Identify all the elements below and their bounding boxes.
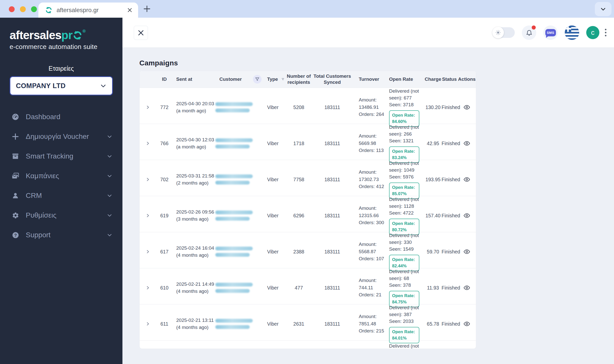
window-zoom-button[interactable] [31,6,37,12]
funnel-icon [255,77,260,82]
cell-status: Finished [442,213,457,219]
sidebar-item-support[interactable]: ? Support [0,225,122,245]
registered-mark: ® [83,29,86,34]
cell-synced: 183111 [313,213,351,219]
partial-row-text: Delivered (not [387,341,424,349]
table-body: 772 2025-04-30 20:03 (a month ago) Viber… [140,88,476,340]
cell-recipients: 2631 [284,321,313,327]
sidebar-item-dashboard[interactable]: Dashboard [0,107,122,127]
expand-row-icon[interactable] [145,177,150,182]
cell-recipients: 5208 [284,105,313,110]
cell-charge: 193.95 [424,177,442,183]
chevron-down-icon [107,232,112,238]
cell-turnover: Amount: 17302.73 Orders: 412 [351,169,387,190]
cell-charge: 11.93 [424,285,442,291]
more-options-button[interactable] [605,29,606,36]
tab-title: aftersalespro.gr [57,7,126,14]
expand-row-icon[interactable] [145,105,150,110]
funnel-icon[interactable] [282,77,284,82]
cell-open-rate: Delivered (not seen): 1128 Seen: 4722 Op… [387,196,424,235]
table-row[interactable]: 611 2025-02-21 13:11 (4 months ago) Vibe… [140,304,476,340]
chevron-down-icon [107,134,112,139]
table-row[interactable]: 772 2025-04-30 20:03 (a month ago) Viber… [140,88,476,124]
expand-row-icon[interactable] [145,285,150,290]
redacted-customer-line [215,283,253,287]
window-close-button[interactable] [9,6,15,12]
tab-list-button[interactable] [595,2,611,16]
view-campaign-button[interactable] [464,248,470,255]
sidebar-item-campaigns[interactable]: Καμπάνιες [0,166,122,186]
expand-row-icon[interactable] [145,322,150,326]
chevron-down-icon [107,173,112,179]
cell-customer [215,102,253,112]
header-charge[interactable]: Charge [425,76,441,82]
company-select[interactable]: COMPANY LTD [10,76,113,95]
table-header-row: ID Sent at Customer Type Number [140,71,476,88]
table-row-partial[interactable]: Delivered (not [140,340,476,349]
browser-tab[interactable]: aftersalespro.gr [38,3,138,18]
cell-id: 772 [156,105,173,110]
expand-row-icon[interactable] [145,213,150,218]
header-status[interactable]: Status [442,76,457,82]
view-campaign-button[interactable] [464,212,470,219]
cell-type: Viber [262,141,284,146]
cell-customer [215,174,253,185]
header-sent-at[interactable]: Sent at [173,76,215,82]
cell-type: Viber [262,105,284,110]
new-tab-button[interactable] [143,5,151,13]
theme-toggle[interactable] [493,27,515,38]
close-panel-button[interactable] [134,26,148,40]
notifications-button[interactable] [522,25,536,40]
header-customer[interactable]: Customer [215,76,253,82]
sidebar-item-smart-tracking[interactable]: Smart Tracking [0,146,122,166]
header-recipients[interactable]: Number of recipients [284,73,313,85]
redacted-customer-line [215,102,253,106]
sidebar-item-voucher[interactable]: Δημιουργία Voucher [0,127,122,146]
table-row[interactable]: 617 2025-02-24 16:04 (4 months ago) Vibe… [140,232,476,268]
header-synced[interactable]: Total Customers Synced [313,73,351,85]
expand-row-icon[interactable] [145,141,150,146]
table-row[interactable]: 619 2025-02-26 09:56 (3 months ago) Vibe… [140,196,476,232]
header-turnover[interactable]: Turnover [351,76,387,82]
cell-id: 610 [156,285,173,291]
table-row[interactable]: 766 2025-04-30 12:03 (a month ago) Viber… [140,124,476,160]
cell-type: Viber [262,249,284,255]
cell-customer [215,211,253,221]
expand-row-icon[interactable] [145,249,150,254]
redacted-customer-line [215,145,250,148]
view-campaign-button[interactable] [464,321,470,327]
cell-sent-at: 2025-02-24 16:04 (4 months ago) [173,245,215,259]
question-icon: ? [12,231,19,239]
browser-chrome: aftersalespro.gr [0,0,614,18]
cell-status: Finished [442,285,457,291]
redacted-customer-line [215,289,250,293]
table-row[interactable]: 702 2025-03-31 21:58 (2 months ago) Vibe… [140,160,476,196]
sidebar-item-settings[interactable]: Ρυθμίσεις [0,205,122,225]
language-button[interactable] [565,25,579,40]
sms-icon: SMS [545,29,556,36]
toggle-knob [492,27,504,38]
cell-sent-at: 2025-02-21 13:11 (4 months ago) [173,317,215,331]
avatar[interactable]: c [586,26,599,39]
view-campaign-button[interactable] [464,176,470,183]
customer-filter-button[interactable] [253,75,262,84]
chevron-down-icon [107,193,112,198]
header-open-rate[interactable]: Open Rate [387,76,424,82]
sms-button[interactable]: SMS [543,25,558,40]
view-campaign-button[interactable] [464,140,470,147]
header-id[interactable]: ID [162,76,167,82]
view-campaign-button[interactable] [464,284,470,291]
bell-icon [526,29,533,36]
view-campaign-button[interactable] [464,104,470,111]
sidebar-item-crm[interactable]: CRM [0,186,122,205]
redacted-customer-line [215,217,250,221]
company-select-value: COMPANY LTD [16,82,100,90]
cell-charge: 59.70 [424,249,442,255]
cell-synced: 183111 [313,141,351,146]
window-minimize-button[interactable] [20,6,26,12]
header-type[interactable]: Type [262,76,284,82]
tab-close-icon[interactable] [126,7,133,13]
cell-status: Finished [442,177,457,183]
table-row[interactable]: 610 2025-02-21 14:49 (4 months ago) Vibe… [140,268,476,304]
cell-open-rate: Delivered (not seen): 266 Seen: 1321 Ope… [387,124,424,163]
